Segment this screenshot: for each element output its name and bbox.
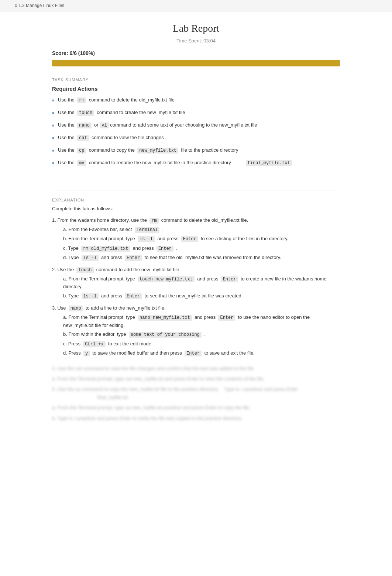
step-3: 3. Use nano to add a line to the new_myf… (52, 304, 340, 357)
action-bullet-3: ■ (52, 123, 54, 128)
step-1a: a. From the Favorites bar, select Termin… (63, 226, 340, 234)
page-title: Lab Report (52, 23, 340, 34)
code-rm-old: rm old_myfile.txt (81, 246, 130, 252)
time-spent: Time Spent: 03:04 (52, 38, 340, 44)
score-display: Score: 6/6 (100%) (52, 50, 340, 56)
step-3-substeps: a. From the Terminal prompt, type nano n… (52, 314, 340, 357)
step-1c: c. Type rm old_myfile.txt and press Ente… (63, 245, 340, 252)
code-enter-3: Enter (125, 255, 142, 261)
action-item-2: ■ Use the touch command to create the ne… (52, 109, 340, 116)
blurred-section: 4. Use the cat command to view the file … (52, 365, 340, 422)
code-cat: cat (77, 135, 89, 141)
action-bullet-5: ■ (52, 148, 54, 153)
step-3c: c. Press Ctrl +x to exit the edit mode. (63, 340, 340, 348)
code-touch: touch (77, 110, 94, 116)
code-enter-2: Enter (157, 246, 173, 252)
action-text-6: Use the mv command to rename the new_myf… (58, 159, 340, 166)
action-bullet-2: ■ (52, 110, 54, 115)
step-2b: b. Type ls -l and press Enter to see tha… (63, 292, 340, 300)
step-3-header: 3. Use nano to add a line to the new_myf… (52, 305, 166, 311)
code-terminal: Terminal (135, 227, 160, 233)
main-content: Lab Report Time Spent: 03:04 Score: 6/6 … (30, 11, 362, 439)
progress-bar-container (52, 60, 340, 66)
explanation-label: EXPLANATION (52, 198, 340, 202)
step-2a: a. From the Terminal prompt, type touch … (63, 275, 340, 291)
explanation-section: EXPLANATION Complete this lab as follows… (52, 190, 340, 422)
action-item-3: ■ Use the nano or vi command to add some… (52, 121, 340, 129)
step-2-header: 2. Use the touch command to add the new_… (52, 267, 180, 272)
code-newmyfile: new_myfile.txt (137, 148, 178, 154)
required-actions-title: Required Actions (52, 86, 340, 92)
step-3d: d. Press y to save the modified buffer a… (63, 349, 340, 357)
blurred-line-3: 5. Use the cp command to copy the new_my… (52, 385, 340, 401)
code-ls-l-2: ls -l (82, 255, 99, 261)
action-bullet-6: ■ (52, 160, 54, 166)
code-ctrl-x: Ctrl +x (83, 341, 105, 347)
code-some-text: some text of your choosing (129, 332, 202, 338)
code-vi: vi (100, 123, 109, 128)
breadcrumb: 0.1.3 Manage Linux Files (15, 3, 64, 8)
explanation-intro: Complete this lab as follows: (52, 206, 340, 211)
step-2: 2. Use the touch command to add the new_… (52, 266, 340, 300)
code-step1-rm: rm (149, 218, 158, 224)
step-2-substeps: a. From the Terminal prompt, type touch … (52, 275, 340, 300)
blurred-line-1: 4. Use the cat command to view the file … (52, 365, 340, 373)
action-text-4: Use the cat command to view the file cha… (58, 134, 340, 141)
top-bar: 0.1.3 Manage Linux Files (0, 0, 392, 11)
code-touch-new: touch new_myfile.txt (138, 276, 195, 282)
action-text-3: Use the nano or vi command to add some t… (58, 121, 340, 129)
step-1-substeps: a. From the Favorites bar, select Termin… (52, 226, 340, 262)
step-1d: d. Type ls -l and press Enter to see tha… (63, 254, 340, 262)
action-bullet-4: ■ (52, 135, 54, 141)
code-step3-nano: nano (69, 306, 83, 311)
action-text-1: Use the rm command to delete the old_myf… (58, 96, 340, 104)
step-3b: b. From within the editor, type some tex… (63, 331, 340, 338)
code-enter-1: Enter (181, 236, 198, 242)
code-ls-l-1: ls -l (138, 236, 155, 242)
code-rm: rm (77, 97, 86, 103)
code-enter-4: Enter (221, 276, 238, 282)
code-mv: mv (77, 160, 86, 166)
progress-bar-fill (52, 60, 340, 66)
code-nano: nano (77, 123, 92, 128)
code-finalmyfile: final_myfile.txt (246, 160, 292, 166)
blurred-line-5: b. Type ls -l practice/ and press Enter … (52, 414, 340, 422)
code-nano-new: nano new_myfile.txt (138, 315, 192, 321)
code-y: y (83, 351, 90, 356)
blurred-line-4: a. From the Terminal prompt, type cp new… (52, 404, 340, 412)
code-step2-touch: touch (76, 267, 93, 273)
action-item-1: ■ Use the rm command to delete the old_m… (52, 96, 340, 104)
step-1-header: 1. From the wadams home directory, use t… (52, 217, 248, 223)
task-summary-label: TASK SUMMARY (52, 77, 340, 82)
code-enter-7: Enter (185, 351, 202, 356)
code-ls-l-3: ls -l (82, 293, 99, 299)
action-item-5: ■ Use the cp command to copy the new_myf… (52, 146, 340, 154)
action-item-6: ■ Use the mv command to rename the new_m… (52, 159, 340, 166)
action-text-2: Use the touch command to create the new_… (58, 109, 340, 116)
step-3a: a. From the Terminal prompt, type nano n… (63, 314, 340, 329)
action-item-4: ■ Use the cat command to view the file c… (52, 134, 340, 141)
code-enter-5: Enter (125, 293, 142, 299)
action-bullet-1: ■ (52, 97, 54, 103)
code-cp: cp (77, 148, 86, 154)
code-enter-6: Enter (218, 315, 235, 321)
action-text-5: Use the cp command to copy the new_myfil… (58, 146, 340, 154)
step-1b: b. From the Terminal prompt, type ls -l … (63, 235, 340, 243)
step-1: 1. From the wadams home directory, use t… (52, 217, 340, 262)
blurred-line-2: a. From the Terminal prompt, type cat ne… (52, 375, 340, 383)
